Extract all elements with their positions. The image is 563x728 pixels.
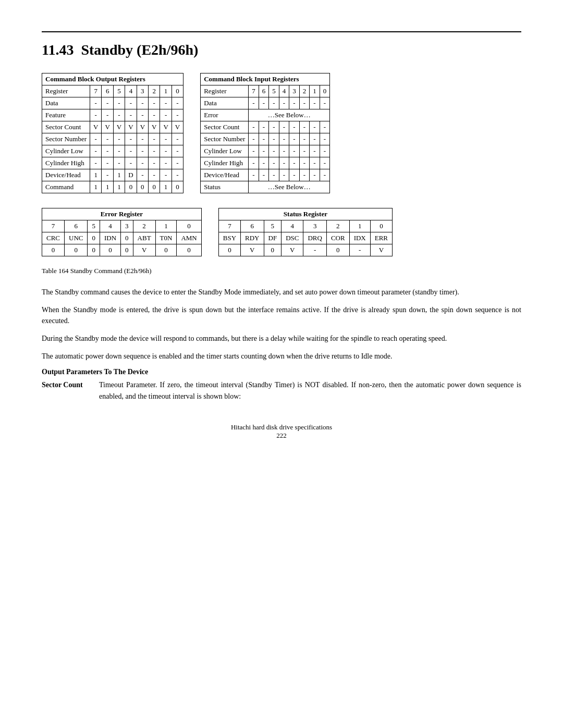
section-number: 11.43 <box>42 42 74 58</box>
body-paragraph-1: The Standby command causes the device to… <box>42 287 521 298</box>
section-title: 11.43 Standby (E2h/96h) <box>42 42 521 58</box>
table-row: Sector Count -------- <box>201 121 330 133</box>
output-params-title: Output Parameters To The Device <box>42 368 521 376</box>
body-paragraph-4: The automatic power down sequence is ena… <box>42 351 521 362</box>
table-row: Cylinder Low -------- <box>201 145 330 157</box>
table-row: Cylinder Low -------- <box>42 145 183 157</box>
table-row: BSY RDY DF DSC DRQ COR IDX ERR <box>218 232 392 244</box>
sector-count-text: Timeout Parameter. If zero, the timeout … <box>99 379 521 402</box>
table-caption: Table 164 Standby Command (E2h/96h) <box>42 267 521 275</box>
status-register-header: Status Register <box>218 208 392 220</box>
output-registers-table: Command Block Output Registers Register … <box>42 73 183 193</box>
lower-tables-row: Error Register 7 6 5 4 3 2 1 0 CRC UNC 0… <box>42 208 521 256</box>
table-row: 0 V 0 V - 0 - V <box>218 244 392 256</box>
table-row: Cylinder High -------- <box>42 157 183 169</box>
table-row: Cylinder High -------- <box>201 157 330 169</box>
footer-text: Hitachi hard disk drive specifications <box>42 423 521 431</box>
table-row: Error …See Below… <box>201 109 330 121</box>
table-row: CRC UNC 0 IDN 0 ABT T0N AMN <box>42 232 202 244</box>
table-row: Data -------- <box>201 97 330 109</box>
body-paragraph-2: When the Standby mode is entered, the dr… <box>42 304 521 327</box>
sector-count-param: Sector Count Timeout Parameter. If zero,… <box>42 379 521 402</box>
section-heading: Standby (E2h/96h) <box>81 42 198 58</box>
page-number: 222 <box>42 431 521 440</box>
col-register-out: Register <box>42 85 90 97</box>
input-table-header: Command Block Input Registers <box>201 73 330 85</box>
error-register-table: Error Register 7 6 5 4 3 2 1 0 CRC UNC 0… <box>42 208 202 256</box>
table-row: Sector Number -------- <box>42 133 183 145</box>
table-row: Data -------- <box>42 97 183 109</box>
sector-count-label: Sector Count <box>42 379 99 402</box>
top-rule <box>42 31 521 32</box>
table-row: Device/Head 1-1D---- <box>42 169 183 181</box>
output-table-header: Command Block Output Registers <box>42 73 183 85</box>
table-row: Device/Head -------- <box>201 169 330 181</box>
table-row: Command 11100010 <box>42 181 183 193</box>
error-register-header: Error Register <box>42 208 202 220</box>
table-row: 0 0 0 0 0 V 0 0 <box>42 244 202 256</box>
table-row: Status …See Below… <box>201 181 330 193</box>
tables-gap <box>183 73 200 193</box>
main-tables-row: Command Block Output Registers Register … <box>42 73 521 193</box>
body-paragraph-3: During the Standby mode the device will … <box>42 333 521 344</box>
status-register-table: Status Register 7 6 5 4 3 2 1 0 BSY RDY … <box>218 208 393 256</box>
col-register-in: Register <box>201 85 249 97</box>
input-registers-table: Command Block Input Registers Register 7… <box>200 73 330 193</box>
page-footer: Hitachi hard disk drive specifications 2… <box>42 423 521 440</box>
table-row: Feature -------- <box>42 109 183 121</box>
table-row: Sector Count VVVVVVVV <box>42 121 183 133</box>
table-row: Sector Number -------- <box>201 133 330 145</box>
